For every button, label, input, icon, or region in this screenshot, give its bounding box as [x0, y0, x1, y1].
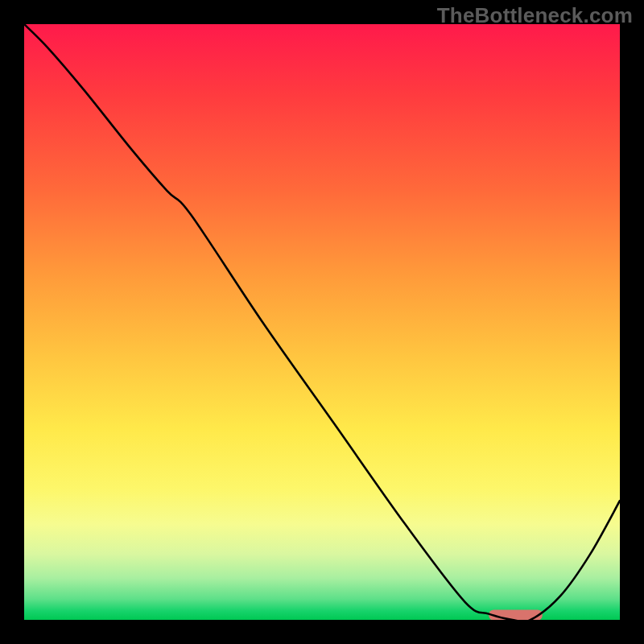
plot-area — [24, 24, 620, 620]
bottleneck-curve — [24, 24, 620, 620]
chart-frame: TheBottleneck.com — [0, 0, 644, 644]
chart-overlay — [24, 24, 620, 620]
